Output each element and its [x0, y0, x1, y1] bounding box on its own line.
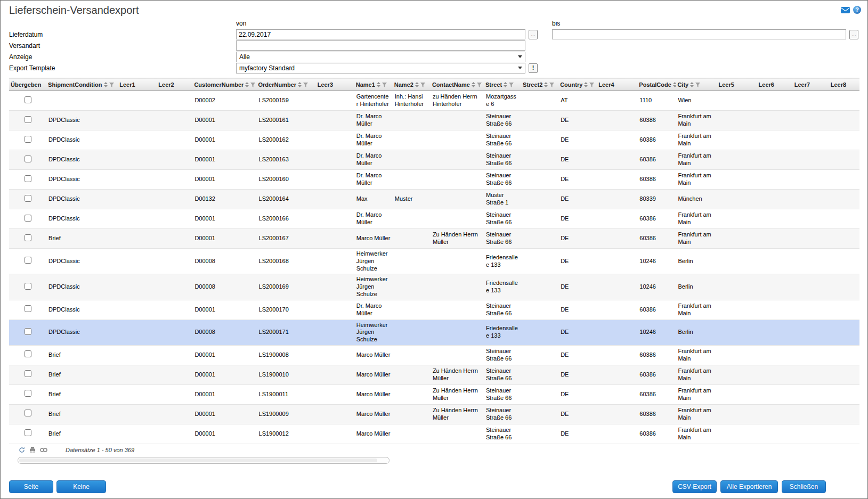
filter-icon[interactable]	[477, 83, 482, 87]
table-row[interactable]: DPDClassicD00001LS2000170Dr. Marco Mülle…	[9, 300, 859, 320]
row-checkbox[interactable]	[25, 175, 31, 182]
row-checkbox[interactable]	[25, 283, 31, 290]
column-header-street[interactable]: Street	[484, 78, 521, 91]
column-header-name2[interactable]: Name2	[393, 78, 431, 91]
column-header-leer8[interactable]: Leer8	[829, 78, 859, 91]
column-header-ordernumber[interactable]: OrderNumber	[257, 78, 316, 91]
filter-icon[interactable]	[695, 83, 700, 87]
bis-date-picker-button[interactable]: ...	[849, 30, 858, 39]
row-checkbox[interactable]	[25, 136, 31, 143]
row-checkbox[interactable]	[25, 429, 31, 436]
filter-icon[interactable]	[109, 83, 114, 87]
column-header-customernumber[interactable]: CustomerNumber	[192, 78, 256, 91]
filter-icon[interactable]	[549, 83, 554, 87]
horizontal-scrollbar[interactable]	[18, 457, 390, 464]
sort-icon[interactable]	[104, 82, 108, 87]
row-checkbox[interactable]	[25, 350, 31, 357]
help-icon[interactable]: ?	[853, 6, 861, 14]
sort-icon[interactable]	[377, 82, 380, 87]
sort-icon[interactable]	[690, 82, 694, 87]
lieferdatum-von-input[interactable]	[236, 29, 525, 39]
refresh-icon[interactable]	[19, 447, 25, 453]
table-row[interactable]: DPDClassicD00132LS2000164MaxMusterMuster…	[9, 190, 859, 209]
filter-icon[interactable]	[382, 83, 387, 87]
filter-icon[interactable]	[250, 83, 255, 87]
sort-icon[interactable]	[415, 82, 419, 87]
column-header-leer6[interactable]: Leer6	[757, 78, 793, 91]
select-none-button[interactable]: Keine	[56, 480, 106, 493]
table-row[interactable]: DPDClassicD00001LS2000163Dr. Marco Mülle…	[9, 150, 859, 170]
cell-uebergeben	[9, 385, 46, 404]
anzeige-select[interactable]: Alle	[236, 52, 525, 62]
print-icon[interactable]	[29, 447, 36, 453]
column-header-leer3[interactable]: Leer3	[316, 78, 354, 91]
table-row[interactable]: DPDClassicD00001LS2000160Dr. Marco Mülle…	[9, 170, 859, 190]
filter-icon[interactable]	[589, 83, 594, 87]
column-header-leer1[interactable]: Leer1	[118, 78, 157, 91]
filter-icon[interactable]	[420, 83, 425, 87]
column-header-leer5[interactable]: Leer5	[717, 78, 757, 91]
table-row[interactable]: DPDClassicD00008LS2000169Heimwerker Jürg…	[9, 274, 859, 300]
cell-postal-code: 60386	[637, 111, 676, 130]
column-header-city[interactable]: City	[676, 78, 717, 91]
sort-icon[interactable]	[544, 82, 548, 87]
table-row[interactable]: BriefD00001LS1900008Marco MüllerSteinaue…	[9, 345, 859, 365]
table-row[interactable]: DPDClassicD00001LS2000166Dr. Marco Mülle…	[9, 209, 859, 229]
export-template-select[interactable]: myfactory Standard	[236, 63, 525, 73]
close-button[interactable]: Schließen	[782, 480, 826, 493]
column-header-leer2[interactable]: Leer2	[157, 78, 192, 91]
versandart-input[interactable]	[236, 40, 525, 51]
column-header-leer7[interactable]: Leer7	[793, 78, 829, 91]
scrollbar-thumb[interactable]	[19, 459, 377, 462]
table-row[interactable]: BriefD00001LS1900012Marco MüllerSteinaue…	[9, 424, 859, 444]
export-all-button[interactable]: Alle Exportieren	[720, 480, 778, 493]
column-header-leer4[interactable]: Leer4	[597, 78, 637, 91]
row-checkbox[interactable]	[25, 257, 31, 264]
sort-icon[interactable]	[298, 82, 302, 87]
select-page-button[interactable]: Seite	[9, 480, 53, 493]
row-checkbox[interactable]	[25, 390, 31, 397]
sort-icon[interactable]	[472, 82, 475, 87]
table-row[interactable]: BriefD00001LS1900011Marco MüllerZu Hände…	[9, 385, 859, 404]
column-header-country[interactable]: Country	[558, 78, 597, 91]
table-row[interactable]: DPDClassicD00001LS2000161Dr. Marco Mülle…	[9, 111, 859, 130]
row-checkbox[interactable]	[25, 328, 31, 335]
csv-export-button[interactable]: CSV-Export	[672, 480, 717, 493]
table-row[interactable]: DPDClassicD00008LS2000171Heimwerker Jürg…	[9, 320, 859, 345]
sort-icon[interactable]	[584, 82, 588, 87]
row-checkbox[interactable]	[25, 410, 31, 416]
column-header-übergeben[interactable]: Übergeben	[9, 78, 46, 91]
column-header-name1[interactable]: Name1	[354, 78, 393, 91]
row-checkbox[interactable]	[25, 305, 31, 312]
export-records-icon[interactable]	[40, 447, 47, 453]
row-checkbox[interactable]	[25, 234, 31, 241]
column-header-postalcode[interactable]: PostalCode	[637, 78, 676, 91]
row-checkbox[interactable]	[25, 156, 31, 162]
table-row[interactable]: D00002LS2000159Gartencenter HinterhoferI…	[9, 91, 859, 111]
sort-icon[interactable]	[245, 82, 249, 87]
table-row[interactable]: BriefD00001LS1900010Marco MüllerZu Hände…	[9, 365, 859, 385]
table-row[interactable]: BriefD00001LS2000167Marco MüllerZu Hände…	[9, 229, 859, 249]
table-row[interactable]: BriefD00001LS1900009Marco MüllerZu Hände…	[9, 404, 859, 424]
row-checkbox[interactable]	[25, 96, 31, 103]
filter-icon[interactable]	[509, 83, 514, 87]
column-header-contactname[interactable]: ContactName	[431, 78, 484, 91]
von-date-picker-button[interactable]: ...	[529, 30, 538, 39]
table-row[interactable]: DPDClassicD00008LS2000168Heimwerker Jürg…	[9, 249, 859, 274]
row-checkbox[interactable]	[25, 215, 31, 222]
row-checkbox[interactable]	[25, 116, 31, 123]
cell-street: Steinauer Straße 66	[484, 130, 521, 150]
row-checkbox[interactable]	[25, 195, 31, 202]
cell-uebergeben	[9, 365, 46, 385]
cell-order-number: LS1900012	[257, 424, 316, 444]
sort-icon[interactable]	[504, 82, 507, 87]
row-checkbox[interactable]	[25, 370, 31, 377]
mail-icon[interactable]	[841, 7, 850, 13]
table-row[interactable]: DPDClassicD00001LS2000162Dr. Marco Mülle…	[9, 130, 859, 150]
filter-icon[interactable]	[303, 83, 308, 87]
column-header-street2[interactable]: Street2	[521, 78, 558, 91]
lieferdatum-bis-input[interactable]	[552, 29, 846, 39]
template-warning-button[interactable]: !	[529, 63, 538, 73]
sort-icon[interactable]	[673, 82, 676, 87]
column-header-shipmentcondition[interactable]: ShipmentCondition	[46, 78, 118, 91]
